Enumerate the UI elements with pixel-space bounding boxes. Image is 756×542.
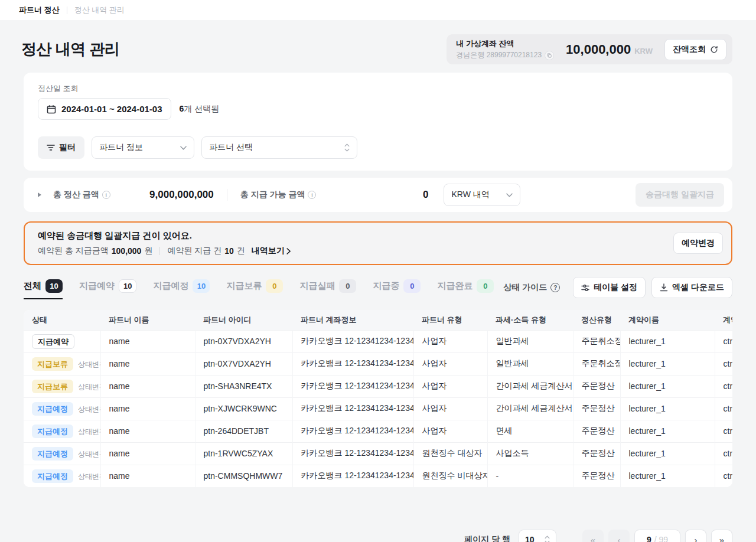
table-cell: 카카오뱅크 12-12341234-1234 xyxy=(292,442,413,465)
pagination: 페이지 당 행 10 « ‹ 9 / 99 › » xyxy=(0,487,756,542)
status-cell: 지급보류상태변경 xyxy=(24,352,100,375)
first-page-button[interactable]: « xyxy=(582,530,604,542)
partner-info-select[interactable]: 파트너 정보 xyxy=(92,136,194,159)
settlement-table: 상태파트너 이름파트너 아이디파트너 계좌정보파트너 유형과세·소득 유형정산유… xyxy=(24,310,732,487)
bulk-transfer-button[interactable]: 송금대행 일괄지급 xyxy=(636,183,724,207)
status-change-link[interactable]: 상태변경 xyxy=(78,360,100,370)
tab-지급완료[interactable]: 지급완료0 xyxy=(437,279,494,299)
table-cell: name xyxy=(100,330,195,352)
info-icon[interactable]: i xyxy=(102,191,110,199)
table-row: 지급예정상태변경nameptn-1RVWC5ZYAX카카오뱅크 12-12341… xyxy=(24,442,732,465)
rows-per-page-stepper[interactable]: 10 xyxy=(519,530,556,542)
table-cell: name xyxy=(100,442,195,465)
tab-지급중[interactable]: 지급중0 xyxy=(373,279,421,299)
table-cell: lecturer_1 xyxy=(620,397,715,420)
chevron-right-icon xyxy=(286,248,291,254)
next-page-button[interactable]: › xyxy=(685,530,706,542)
table-cell: 사업자 xyxy=(413,420,487,442)
banner-amount-value: 100,000 xyxy=(112,246,142,256)
status-change-link[interactable]: 상태변경 xyxy=(78,427,100,437)
status-badge: 지급예정 xyxy=(32,425,73,438)
filter-card: 정산일 조회 2024-01-01 ~ 2024-01-03 6개 선택됨 필터… xyxy=(24,73,732,171)
tab-지급예약[interactable]: 지급예약10 xyxy=(79,279,136,299)
calendar-icon xyxy=(47,105,56,114)
total-payable-value: 0 xyxy=(316,189,428,201)
status-badge: 지급예정 xyxy=(32,469,73,483)
table-cell: 주문정산 xyxy=(573,375,620,397)
info-icon[interactable]: i xyxy=(308,191,316,199)
table-cell: - xyxy=(487,465,573,487)
expand-caret-icon[interactable] xyxy=(38,192,41,197)
table-row: 지급보류상태변경nameptn-0X7VDXA2YH카카오뱅크 12-12341… xyxy=(24,352,732,375)
banner-count-label: 예약된 지급 건 xyxy=(167,246,221,256)
status-change-link[interactable]: 상태변경 xyxy=(78,404,100,414)
table-cell: name xyxy=(100,397,195,420)
table-cell: ctr-E xyxy=(715,375,732,397)
total-settlement-value: 9,000,000,000 xyxy=(110,189,214,201)
download-icon xyxy=(660,283,668,292)
date-range-value: 2024-01-01 ~ 2024-01-03 xyxy=(61,104,162,114)
balance-currency: KRW xyxy=(634,47,653,55)
table-cell: ctr-C xyxy=(715,397,732,420)
table-cell: ptn-CMMSQHMWW7 xyxy=(195,465,292,487)
tab-label: 지급예약 xyxy=(79,280,115,292)
view-details-link[interactable]: 내역보기 xyxy=(252,246,291,256)
table-body: 지급예약nameptn-0X7VDXA2YH카카오뱅크 12-12341234-… xyxy=(24,330,732,487)
table-cell: ctr-N xyxy=(715,465,732,487)
breadcrumb-page[interactable]: 정산 내역 관리 xyxy=(74,5,125,15)
selected-count: 6개 선택됨 xyxy=(180,104,220,115)
last-page-button[interactable]: » xyxy=(711,530,732,542)
chevron-down-icon xyxy=(506,193,513,197)
table-cell: 일반과세 xyxy=(487,352,573,375)
table-cell: ctr-6 xyxy=(715,442,732,465)
table-cell: 카카오뱅크 12-12341234-1234 xyxy=(292,420,413,442)
tab-count-badge: 0 xyxy=(339,279,356,293)
status-cell: 지급예정상태변경 xyxy=(24,442,100,465)
status-cell: 지급예정상태변경 xyxy=(24,420,100,442)
chevron-down-icon xyxy=(180,146,187,150)
page-indicator[interactable]: 9 / 99 xyxy=(634,530,680,542)
tab-지급예정[interactable]: 지급예정10 xyxy=(153,279,210,299)
table-cell: lecturer_1 xyxy=(620,442,715,465)
tab-전체[interactable]: 전체10 xyxy=(24,279,63,299)
change-reservation-button[interactable]: 예약변경 xyxy=(673,233,723,254)
table-cell: ptn-0X7VDXA2YH xyxy=(195,330,292,352)
excel-download-button[interactable]: 엑셀 다운로드 xyxy=(651,277,732,298)
table-cell: name xyxy=(100,465,195,487)
table-cell: ctr-N xyxy=(715,330,732,352)
filter-button[interactable]: 필터 xyxy=(38,136,84,159)
balance-amount: 10,000,000 xyxy=(566,42,631,57)
column-header: 파트너 계좌정보 xyxy=(292,310,413,330)
virtual-account-balance: 내 가상계좌 잔액 경남은행 28999770218123 10,000,000… xyxy=(447,34,732,64)
partner-select[interactable]: 파트너 선택 xyxy=(201,136,357,159)
status-badge: 지급예정 xyxy=(32,447,73,461)
table-cell: 주문정산 xyxy=(573,442,620,465)
prev-page-button[interactable]: ‹ xyxy=(608,530,630,542)
column-header: 계약 xyxy=(715,310,732,330)
table-cell: ctr-Z xyxy=(715,420,732,442)
balance-refresh-button[interactable]: 잔액조회 xyxy=(664,39,726,60)
table-cell: ptn-264DDETJBT xyxy=(195,420,292,442)
copy-icon[interactable] xyxy=(545,51,554,60)
tab-count-badge: 0 xyxy=(477,279,494,293)
tab-지급실패[interactable]: 지급실패0 xyxy=(299,279,356,299)
status-change-link[interactable]: 상태변경 xyxy=(78,382,100,392)
balance-label: 내 가상계좌 잔액 xyxy=(456,38,554,49)
refresh-icon xyxy=(710,45,718,54)
table-cell: lecturer_1 xyxy=(620,465,715,487)
table-settings-button[interactable]: 테이블 설정 xyxy=(573,277,646,298)
tab-label: 지급실패 xyxy=(299,280,335,292)
table-row: 지급보류상태변경nameptn-SHA3NRE4TX카카오뱅크 12-12341… xyxy=(24,375,732,397)
column-header: 정산유형 xyxy=(573,310,620,330)
table-row: 지급예정상태변경nameptn-XJWCRK9WNC카카오뱅크 12-12341… xyxy=(24,397,732,420)
breadcrumb-section[interactable]: 파트너 정산 xyxy=(19,5,60,15)
table-cell: 원천징수 대상자 xyxy=(413,442,487,465)
tab-지급보류[interactable]: 지급보류0 xyxy=(226,279,283,299)
currency-select[interactable]: KRW 내역 xyxy=(444,184,520,206)
current-page: 9 xyxy=(647,535,651,542)
status-guide-link[interactable]: 상태 가이드 ? xyxy=(503,282,560,293)
banner-count-value: 10 xyxy=(224,246,234,256)
status-change-link[interactable]: 상태변경 xyxy=(78,449,100,459)
status-change-link[interactable]: 상태변경 xyxy=(78,472,100,482)
date-range-picker[interactable]: 2024-01-01 ~ 2024-01-03 xyxy=(38,98,171,120)
